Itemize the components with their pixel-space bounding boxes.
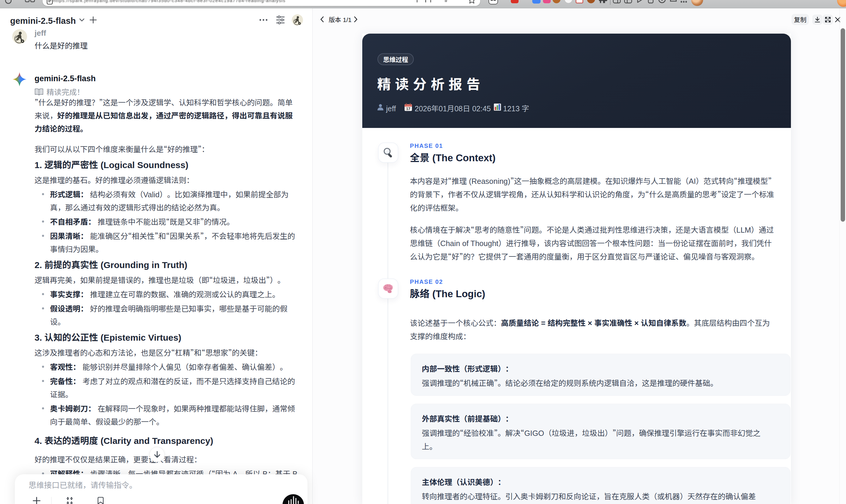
svg-text:17: 17 [406,107,410,111]
